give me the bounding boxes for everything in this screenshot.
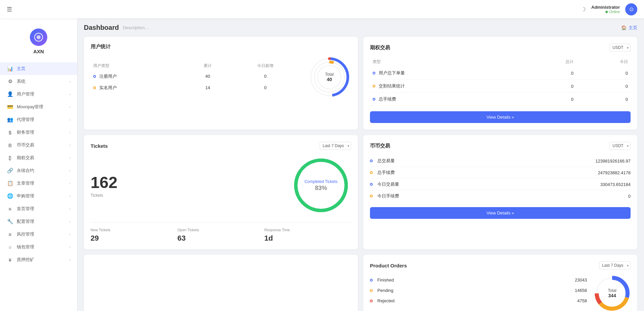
agents-chevron-icon: ‹: [69, 118, 70, 122]
sidebar-item-coin-trade[interactable]: B 币币交易 ‹: [0, 139, 77, 151]
sidebar-item-purchase[interactable]: 🌐 申购管理 ‹: [0, 190, 77, 202]
dot-red-icon: [370, 300, 373, 302]
topbar-right: ☽ Administrator Online ⊙: [581, 3, 637, 15]
finance-icon: $: [7, 130, 13, 135]
tickets-content: 162 Tickets: [91, 155, 351, 215]
perpetual-icon: 🔗: [7, 168, 13, 174]
table-row: 注册用户 40 0: [91, 71, 301, 82]
tickets-completed-pct: 83%: [305, 185, 338, 192]
sidebar-item-perpetual-label: 永续合约: [17, 168, 34, 174]
dot-blue-icon: [93, 75, 96, 78]
sidebar-item-system[interactable]: ⚙ 系统 ‹: [0, 75, 77, 88]
rejected-value: 4758: [577, 298, 587, 303]
col-type-header: 用户类型: [91, 61, 185, 71]
tickets-period-dropdown[interactable]: Last 7 Days: [320, 142, 351, 150]
product-orders-content: Finished 23043 Pending 14658 Rejected: [370, 275, 631, 311]
tickets-footer: New Tickets 29 Open Tickets 63 Response …: [91, 222, 351, 243]
options-row1-total: 0: [522, 67, 576, 80]
sidebar-item-mining[interactable]: ¥ 质押挖矿 ‹: [0, 253, 77, 266]
sidebar-item-articles[interactable]: 📋 文章管理 ‹: [0, 177, 77, 190]
product-orders-dropdown-wrapper: Last 7 Days: [599, 261, 631, 269]
status-text: Online: [609, 10, 620, 14]
page-title-area: Dashboard Description...: [84, 24, 148, 32]
sidebar-item-perpetual-left: 🔗 永续合约: [7, 168, 34, 174]
home-link-text: 主页: [629, 25, 637, 31]
sidebar-item-purchase-label: 申购管理: [17, 193, 34, 199]
sidebar-item-articles-label: 文章管理: [17, 180, 34, 186]
product-orders-donut: Total 344: [594, 275, 631, 311]
product-orders-header: Product Orders Last 7 Days: [370, 261, 631, 269]
sidebar-logo: AXN: [0, 22, 77, 62]
page-description: Description...: [123, 25, 148, 30]
sidebar: AXN 📊 主页 ⚙ 系统 ‹ 👤 用户管理 ‹: [0, 18, 77, 311]
tickets-stat-open: Open Tickets 63: [177, 228, 264, 243]
hamburger-button[interactable]: ☰: [7, 6, 12, 13]
sidebar-item-finance[interactable]: $ 财务管理 ‹: [0, 126, 77, 139]
sidebar-item-perpetual[interactable]: 🔗 永续合约 ‹: [0, 164, 77, 177]
sidebar-item-system-label: 系统: [17, 78, 25, 84]
sidebar-item-risk-left: ≡ 风控管理: [7, 231, 34, 237]
sidebar-item-homepage-left: ≡ 首页管理: [7, 206, 34, 212]
product-orders-dropdown[interactable]: Last 7 Days: [599, 261, 631, 269]
dot-blue-icon: [373, 72, 375, 74]
user-name: Administrator: [591, 5, 620, 10]
sidebar-item-moonpay-label: Moonpay管理: [17, 104, 43, 110]
dot-orange-icon: [373, 85, 375, 87]
dot-orange-icon: [370, 195, 373, 197]
sidebar-item-wallet-label: 钱包管理: [17, 244, 34, 250]
orders-list: Finished 23043 Pending 14658 Rejected: [370, 275, 587, 306]
sidebar-item-users-label: 用户管理: [17, 91, 34, 97]
product-orders-card: Product Orders Last 7 Days Finished: [363, 255, 637, 311]
options-currency-dropdown[interactable]: USDT: [609, 44, 631, 52]
theme-toggle-icon[interactable]: ☽: [581, 6, 586, 13]
options-view-details-button[interactable]: View Details »: [370, 111, 631, 123]
sidebar-item-home-label: 主页: [17, 66, 25, 72]
sidebar-item-risk[interactable]: ≡ 风控管理 ‹: [0, 228, 77, 241]
options-trading-table: 类型 总计 今日 用户总下单量 0: [370, 57, 631, 106]
config-icon: 🔧: [7, 219, 13, 225]
sidebar-item-homepage[interactable]: ≡ 首页管理 ‹: [0, 202, 77, 215]
currency-item-4-value: 0: [628, 194, 631, 199]
sidebar-item-config-left: 🔧 配置管理: [7, 219, 34, 225]
currency-item-3-value: 330473.652184: [600, 182, 631, 187]
registered-total: 40: [185, 71, 230, 82]
sidebar-item-moonpay[interactable]: 💳 Moonpay管理 ‹: [0, 101, 77, 113]
risk-icon: ≡: [7, 232, 13, 237]
user-stats-donut: Total 40: [308, 55, 351, 99]
articles-chevron-icon: ‹: [69, 182, 70, 185]
options-dropdown-wrapper: USDT: [609, 44, 631, 52]
registered-today: 0: [230, 71, 301, 82]
options-row2-total: 0: [522, 80, 576, 93]
sidebar-item-config[interactable]: 🔧 配置管理 ‹: [0, 215, 77, 228]
pending-label: Pending: [377, 288, 572, 293]
tickets-card: Tickets Last 7 Days 162 Tickets: [84, 135, 358, 249]
donut-total-label: Total: [325, 72, 333, 77]
sidebar-item-agents[interactable]: 👥 代理管理 ‹: [0, 113, 77, 126]
product-orders-title: Product Orders: [370, 263, 407, 268]
home-breadcrumb[interactable]: 🏠 主页: [621, 25, 637, 31]
users-icon: 👤: [7, 91, 13, 97]
topbar: ☰ ☽ Administrator Online ⊙: [0, 0, 644, 18]
sidebar-item-mining-label: 质押挖矿: [17, 257, 34, 263]
sidebar-item-options[interactable]: ₿ 期权交易 ‹: [0, 151, 77, 164]
dot-blue-icon: [370, 160, 373, 162]
verified-total: 14: [185, 82, 230, 94]
currency-dropdown[interactable]: USDT: [609, 142, 631, 150]
purchase-icon: 🌐: [7, 193, 13, 199]
currency-item-3-left: 今日交易量: [370, 181, 600, 187]
currency-item-4-left: 今日手续费: [370, 193, 628, 199]
user-stats-card: 用户统计 用户类型 累计 今日新增: [84, 37, 358, 130]
orders-donut-total-value: 344: [608, 293, 616, 298]
articles-icon: 📋: [7, 180, 13, 186]
currency-view-details-button[interactable]: View Details »: [370, 207, 631, 219]
wallet-chevron-icon: ‹: [69, 245, 70, 249]
options-trading-title: 期权交易: [370, 45, 390, 51]
sidebar-item-wallet[interactable]: ○ 钱包管理 ‹: [0, 241, 77, 253]
user-stats-table: 用户类型 累计 今日新增 注册用户: [91, 61, 301, 94]
sidebar-item-home[interactable]: 📊 主页: [0, 62, 77, 75]
sidebar-item-wallet-left: ○ 钱包管理: [7, 244, 34, 250]
sidebar-item-users[interactable]: 👤 用户管理 ‹: [0, 88, 77, 101]
perpetual-chevron-icon: ‹: [69, 169, 70, 173]
user-avatar[interactable]: ⊙: [625, 3, 637, 15]
currency-item-2-left: 总手续费: [370, 170, 598, 176]
